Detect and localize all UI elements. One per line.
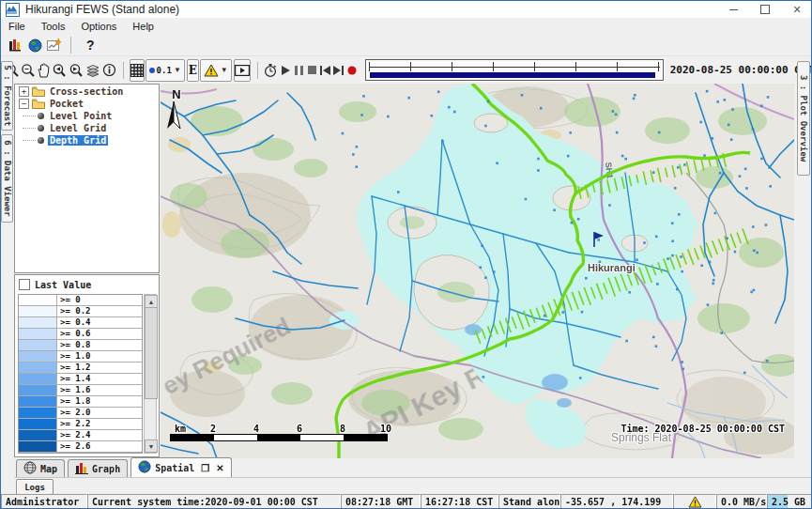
- tree-item-level-point[interactable]: Level Point: [19, 110, 159, 121]
- tree-item-pocket[interactable]: −Pocket: [19, 98, 159, 109]
- globe-blue-icon: [138, 460, 151, 475]
- legend-color-swatch: [19, 385, 57, 395]
- menu-help[interactable]: Help: [130, 19, 162, 34]
- legend-color-swatch: [19, 430, 57, 440]
- timeline-period-bar[interactable]: [370, 72, 655, 78]
- legend-color-swatch: [19, 362, 57, 373]
- status-user: Administrator: [1, 494, 87, 509]
- main-toolbar: ?: [1, 35, 812, 55]
- tab-close-icon[interactable]: ✕: [216, 463, 223, 473]
- scalebar-tick-label: 6: [297, 424, 302, 434]
- last-value-label: Last Value: [35, 280, 91, 290]
- legend-class-row: >= 1.2: [19, 362, 142, 374]
- info-button[interactable]: [102, 60, 116, 81]
- tab-maximize-icon[interactable]: ❐: [201, 463, 209, 473]
- tab-label: Graph: [92, 464, 120, 474]
- pause-button[interactable]: [292, 60, 304, 81]
- tree-item-label: Level Grid: [48, 123, 108, 133]
- close-button[interactable]: ✕: [781, 1, 812, 18]
- filter-tree-panel: +Cross-section−PocketLevel PointLevel Gr…: [14, 84, 160, 273]
- scrollbar-thumb[interactable]: [145, 307, 158, 399]
- legend-color-swatch: [19, 374, 57, 384]
- menu-options[interactable]: Options: [79, 19, 125, 34]
- last-value-checkbox[interactable]: [19, 279, 30, 290]
- legend-panel: Last Value >= 0>= 0.2>= 0.4>= 0.6>= 0.8>…: [14, 274, 160, 457]
- scroll-down-icon[interactable]: ▼: [145, 440, 158, 453]
- chevron-down-icon: ▼: [221, 66, 228, 74]
- globe-grid-icon: [23, 461, 37, 476]
- map-viewport[interactable]: ey Required API Key Required: [161, 84, 794, 458]
- legend-toggle-button[interactable]: E: [187, 59, 199, 82]
- info-icon: [102, 63, 116, 77]
- legend-color-swatch: [19, 453, 57, 454]
- expand-icon[interactable]: +: [19, 86, 29, 97]
- movie-icon: [235, 65, 250, 76]
- dock-tab-plot-overview[interactable]: 3 : Plot Overview: [797, 61, 810, 176]
- animation-clock-icon: [263, 63, 278, 78]
- warning-icon: [688, 496, 702, 508]
- legend-class-row: >= 1.4: [19, 374, 142, 385]
- tree-item-label: Pocket: [48, 99, 85, 109]
- zoom-previous-button[interactable]: [52, 60, 68, 81]
- status-warning[interactable]: [673, 494, 716, 509]
- maximize-button[interactable]: [749, 1, 781, 18]
- timeline-datetime: 2020-08-25 00:00:00 CST: [670, 64, 812, 76]
- node-bullet-icon: [38, 125, 44, 131]
- legend-color-swatch: [19, 329, 57, 339]
- status-bar: Administrator Current system time:2020-0…: [1, 493, 812, 509]
- close-icon: ✕: [792, 4, 801, 16]
- bar-chart-icon: [75, 462, 88, 476]
- layers-button[interactable]: [85, 60, 101, 81]
- legend-color-swatch: [19, 317, 57, 328]
- legend-class-row: >= 2.0: [19, 408, 142, 419]
- globe-icon: [28, 39, 42, 53]
- status-mode: Stand alone: [498, 494, 560, 509]
- zoom-next-button[interactable]: [69, 60, 84, 81]
- zoom-out-button[interactable]: [21, 60, 36, 81]
- dock-tab-forecast[interactable]: 5 : Forecast: [1, 61, 13, 131]
- zoom-previous-icon: [52, 63, 68, 78]
- animation-settings-button[interactable]: [263, 60, 278, 81]
- menu-file[interactable]: File: [7, 19, 34, 34]
- warning-dropdown[interactable]: ▼: [200, 59, 232, 82]
- scroll-up-icon[interactable]: ▲: [145, 295, 158, 308]
- class-interval-dropdown[interactable]: 0.1 ▼: [146, 59, 185, 82]
- town-label: Hikurangi: [588, 262, 636, 273]
- pan-button[interactable]: [37, 60, 51, 81]
- database-button[interactable]: [6, 36, 24, 54]
- record-button[interactable]: [345, 60, 358, 81]
- tree-item-level-grid[interactable]: Level Grid: [19, 122, 159, 133]
- step-forward-button[interactable]: [332, 60, 345, 81]
- zoom-next-icon: [69, 63, 84, 78]
- map-toolbar: 0.1 ▼ E ▼: [1, 55, 812, 84]
- movie-export-button[interactable]: [234, 59, 251, 82]
- tree-item-depth-grid[interactable]: Depth Grid: [19, 134, 159, 146]
- legend-scrollbar[interactable]: ▲ ▼: [144, 294, 157, 454]
- folder-icon: [32, 86, 45, 96]
- timeline-slider[interactable]: [365, 59, 664, 81]
- tree-item-cross-section[interactable]: +Cross-section: [19, 85, 159, 97]
- app-logo-icon: [6, 3, 20, 17]
- collapse-icon[interactable]: −: [19, 99, 29, 109]
- tab-spatial[interactable]: Spatial❐✕: [130, 457, 232, 477]
- tab-map[interactable]: Map: [16, 459, 65, 477]
- spatial-display-button[interactable]: [45, 36, 64, 54]
- tab-label: Map: [40, 464, 57, 474]
- layers-icon: [85, 64, 101, 77]
- legend-class-label: >= 2.4: [57, 430, 142, 440]
- pan-hand-icon: [37, 63, 51, 78]
- menu-tools[interactable]: Tools: [39, 19, 74, 34]
- step-back-button[interactable]: [319, 60, 331, 81]
- help-button[interactable]: ?: [86, 38, 95, 53]
- map-display-button[interactable]: [25, 36, 44, 54]
- dock-tab-data-viewer[interactable]: 6 : Data Viewer: [1, 134, 13, 223]
- play-button[interactable]: [279, 60, 291, 81]
- grid-display-button[interactable]: [130, 59, 145, 82]
- legend-classes-table: >= 0>= 0.2>= 0.4>= 0.6>= 0.8>= 1.0>= 1.2…: [18, 294, 143, 454]
- stop-button[interactable]: [306, 60, 318, 81]
- north-arrow: N: [166, 87, 187, 130]
- node-bullet-icon: [38, 113, 44, 119]
- tree-item-label: Depth Grid: [48, 135, 108, 146]
- minimize-button[interactable]: [717, 1, 749, 18]
- tab-graph[interactable]: Graph: [68, 459, 128, 477]
